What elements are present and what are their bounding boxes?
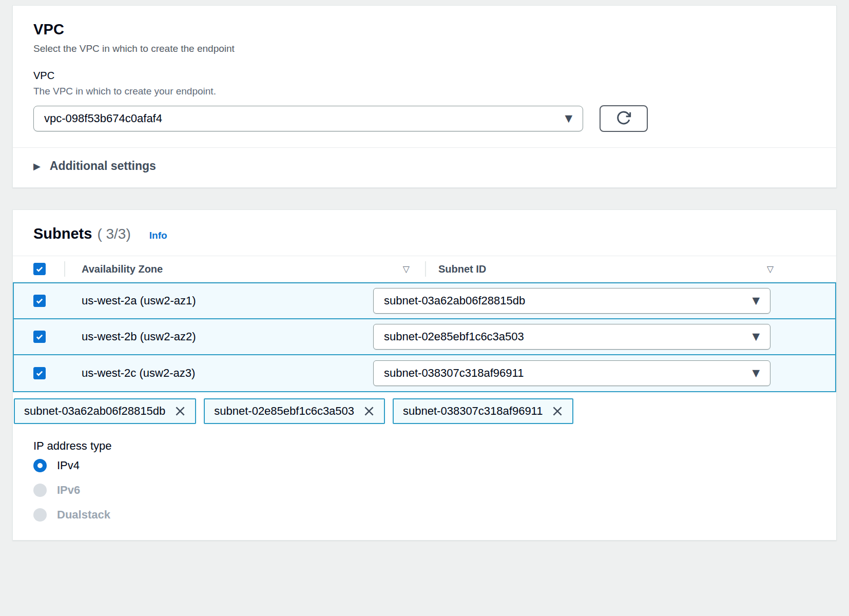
subnet-table-body: us-west-2a (usw2-az1) subnet-03a62ab06f2… [13,282,836,392]
chevron-down-icon: ▼ [565,113,572,123]
subnet-select-value: subnet-038307c318af96911 [384,367,524,380]
header-divider [64,261,65,277]
subnet-token: subnet-038307c318af96911 [393,398,573,424]
refresh-button[interactable] [600,105,648,132]
radio-selected-icon[interactable] [33,459,47,472]
subnet-token: subnet-02e85ebf1c6c3a503 [204,398,385,424]
header-divider [425,261,426,277]
additional-settings-label: Additional settings [50,159,156,173]
subnets-container: Subnets ( 3/3) Info Availability Zone ▽ … [12,209,837,541]
chevron-down-icon: ▼ [752,332,760,341]
remove-token-icon[interactable] [173,405,187,418]
row-checkbox[interactable] [33,295,46,307]
subnet-select[interactable]: subnet-038307c318af96911 ▼ [373,360,770,386]
subnets-count: ( 3/3) [97,226,130,242]
radio-disabled-icon [33,484,47,497]
filter-icon-az[interactable]: ▽ [403,264,410,274]
vpc-field-description: The VPC in which to create your endpoint… [33,86,816,97]
chevron-down-icon: ▼ [752,368,760,378]
vpc-section-description: Select the VPC in which to create the en… [13,43,836,54]
row-checkbox[interactable] [33,331,46,343]
select-all-checkbox[interactable] [33,263,46,275]
vpc-select-value: vpc-098f53b674c0afaf4 [44,112,162,125]
ip-address-type-label: IP address type [33,439,836,453]
chevron-down-icon: ▼ [752,296,760,305]
table-header: Availability Zone ▽ Subnet ID ▽ [13,256,836,282]
expander-triangle-icon: ▶ [33,161,41,171]
subnet-select[interactable]: subnet-03a62ab06f28815db ▼ [373,288,770,314]
radio-label: Dualstack [57,508,110,522]
subnet-select-value: subnet-03a62ab06f28815db [384,294,525,307]
table-row[interactable]: us-west-2a (usw2-az1) subnet-03a62ab06f2… [14,283,835,319]
token-label: subnet-038307c318af96911 [403,405,543,418]
radio-option-ipv6: IPv6 [33,478,836,502]
column-header-az: Availability Zone [82,263,163,275]
subnets-title: Subnets [33,225,92,242]
availability-zone-label: us-west-2a (usw2-az1) [82,294,196,307]
subnet-select[interactable]: subnet-02e85ebf1c6c3a503 ▼ [373,324,770,350]
table-row[interactable]: us-west-2b (usw2-az2) subnet-02e85ebf1c6… [14,319,835,355]
subnet-select-value: subnet-02e85ebf1c6c3a503 [384,330,524,343]
row-checkbox[interactable] [33,367,46,379]
selected-subnet-tokens: subnet-03a62ab06f28815db subnet-02e85ebf… [13,392,836,424]
vpc-container: VPC Select the VPC in which to create th… [12,5,837,188]
remove-token-icon[interactable] [551,405,564,418]
token-label: subnet-03a62ab06f28815db [24,405,165,418]
radio-label: IPv4 [57,459,80,472]
radio-disabled-icon [33,508,47,522]
refresh-icon [615,110,632,128]
availability-zone-label: us-west-2c (usw2-az3) [82,367,195,380]
radio-option-dualstack: Dualstack [33,503,836,527]
radio-label: IPv6 [57,484,80,497]
table-row[interactable]: us-west-2c (usw2-az3) subnet-038307c318a… [14,355,835,391]
info-link[interactable]: Info [149,230,167,241]
additional-settings-expander[interactable]: ▶ Additional settings [13,148,836,186]
vpc-field-label: VPC [33,70,816,82]
filter-icon-subnet[interactable]: ▽ [767,264,774,274]
subnet-token: subnet-03a62ab06f28815db [14,398,196,424]
token-label: subnet-02e85ebf1c6c3a503 [214,405,354,418]
availability-zone-label: us-west-2b (usw2-az2) [82,330,196,343]
column-header-subnet: Subnet ID [438,263,767,275]
vpc-select[interactable]: vpc-098f53b674c0afaf4 ▼ [33,106,583,131]
vpc-section-title: VPC [13,6,836,38]
remove-token-icon[interactable] [362,405,376,418]
radio-option-ipv4[interactable]: IPv4 [33,454,836,477]
ip-address-type-group: IP address type IPv4 IPv6 Dualstack [13,439,836,527]
